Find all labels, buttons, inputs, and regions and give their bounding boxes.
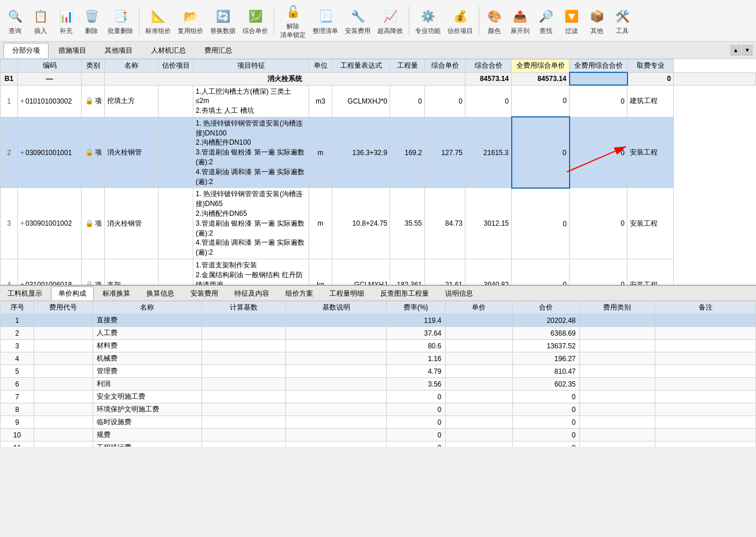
b1-collapse[interactable]: — <box>18 72 82 85</box>
toolbar-chaogao-label: 超高降效 <box>377 27 403 35</box>
bottom-cell-8-7: 0 <box>512 416 579 429</box>
bottom-cell-6-7: 0 <box>512 391 579 403</box>
bottom-table-row[interactable]: 7安全文明施工费00 <box>1 391 756 403</box>
bottom-cell-0-1 <box>34 314 93 327</box>
table-row[interactable]: 1 +010101003002 🔒项 挖填土方 1.人工挖沟槽土方(槽深) 三类… <box>1 85 756 117</box>
bottom-table-row[interactable]: 1直接费119.420202.48 <box>1 314 756 327</box>
toolbar-zhuanye[interactable]: ⚙️ 专业功能 <box>413 7 443 35</box>
toolbar-gujia[interactable]: 💰 估价项目 <box>445 7 475 35</box>
b1-qf-total: 0 <box>627 72 674 85</box>
bottom-table-row[interactable]: 3材料费80.613637.52 <box>1 340 756 352</box>
bottom-cell-3-6 <box>445 352 512 365</box>
row-unit-3: m <box>309 188 332 259</box>
b1-qufei <box>674 72 756 85</box>
bottom-cell-10-7: 0 <box>512 442 579 447</box>
toolbar-tihuan-label: 替换数据 <box>210 27 236 35</box>
toolbar-gongju[interactable]: 🛠️ 工具 <box>611 7 634 35</box>
toolbar-chaxun[interactable]: 🔍 查询 <box>3 7 27 35</box>
tab-arrow-down[interactable]: ▼ <box>742 45 753 56</box>
bottom-tab-zujiafangan[interactable]: 组价方案 <box>278 286 321 300</box>
bottom-cell-7-9 <box>655 403 756 416</box>
row-total-3: 3012.15 <box>465 188 512 259</box>
row-num-2: 2 <box>1 117 18 188</box>
bottom-col-total: 合价 <box>512 301 579 314</box>
table-row[interactable]: 4 +031001006018 🔒项 支架 1.管道支架制作安装 2.金属结构刷… <box>1 259 756 285</box>
bottom-table-row[interactable]: 9临时设施费00 <box>1 416 756 429</box>
bottom-table-row[interactable]: 4机械费1.16196.27 <box>1 352 756 365</box>
toolbar-chaogao[interactable]: 📈 超高降效 <box>375 7 405 35</box>
row-num-1: 1 <box>1 85 18 117</box>
b1-name: 消火栓系统 <box>105 72 465 85</box>
toolbar-butie[interactable]: 📊 补充 <box>54 7 78 35</box>
tab-fenbu[interactable]: 分部分项 <box>3 43 49 58</box>
table-row[interactable]: 3 +030901001002 🔒项 消火栓钢管 1. 热浸锌镀锌钢管管道安装(… <box>1 188 756 259</box>
bottom-cell-7-5: 0 <box>387 403 446 416</box>
bottom-tab-gongliaojiDisplay[interactable]: 工料机显示 <box>0 286 50 300</box>
toolbar-fuyong[interactable]: 📂 复用组价 <box>175 7 205 35</box>
tab-cuoshi[interactable]: 措施项目 <box>50 43 95 58</box>
bottom-tab-biaozhun[interactable]: 标准换算 <box>95 286 138 300</box>
tab-feiyong[interactable]: 费用汇总 <box>196 43 241 58</box>
bottom-cell-9-5: 0 <box>387 429 446 442</box>
tab-arrow-up[interactable]: ▲ <box>731 45 741 56</box>
table-row[interactable]: 2 +030901001001 🔒项 消火栓钢管 1. 热浸锌镀锌钢管管道安装(… <box>1 117 756 188</box>
row-qf-total-4: 0 <box>570 259 627 285</box>
bottom-cell-4-9 <box>655 365 756 378</box>
toolbar-guolv-label: 过滤 <box>565 27 578 35</box>
bottom-cell-5-6 <box>445 378 512 391</box>
toolbar-guolv[interactable]: 🔽 过滤 <box>560 7 583 35</box>
bottom-tab-tezheng[interactable]: 特征及内容 <box>227 286 277 300</box>
toolbar-anzhuang[interactable]: 🔧 安装费用 <box>343 7 373 35</box>
toolbar-yanse[interactable]: 🎨 颜色 <box>483 7 506 35</box>
row-qf-unit-3: 0 <box>512 188 570 259</box>
toolbar-zhankaidao[interactable]: 📤 展开到 <box>508 7 532 35</box>
b1-zonghe-total: 84573.14 <box>512 72 570 85</box>
toolbar-tihuan[interactable]: 🔄 替换数据 <box>208 7 238 35</box>
bottom-tab-anzhuangfeiyong[interactable]: 安装费用 <box>183 286 226 300</box>
bottom-cell-1-7: 6368.69 <box>512 327 579 340</box>
toolbar-piliang[interactable]: 📑 批量删除 <box>105 7 135 35</box>
bottom-table-row[interactable]: 10规费00 <box>1 429 756 442</box>
row-total-4: 3940.82 <box>465 259 512 285</box>
row-type-2: 🔒项 <box>82 117 105 188</box>
bottom-cell-5-8 <box>579 378 655 391</box>
col-header-code: 编码 <box>18 60 82 73</box>
toolbar-zhankaidao-label: 展开到 <box>511 27 530 35</box>
bottom-cell-6-4 <box>286 391 387 403</box>
toolbar-jiesuo[interactable]: 🔓 解除 清单锁定 <box>278 2 308 39</box>
bottom-table-row[interactable]: 5管理费4.79810.47 <box>1 365 756 378</box>
col-header-total: 综合合价 <box>465 60 512 73</box>
bottom-table-row[interactable]: 11工程排污费00 <box>1 442 756 447</box>
bottom-cell-0-2: 直接费 <box>93 314 202 327</box>
bottom-cell-8-4 <box>286 416 387 429</box>
bottom-tab-shuomingxinxi[interactable]: 说明信息 <box>438 286 480 300</box>
bottom-tab-fanchatu[interactable]: 反查图形工程量 <box>373 286 436 300</box>
tab-qita[interactable]: 其他项目 <box>96 43 141 58</box>
bottom-col-rate: 费率(%) <box>387 301 446 314</box>
toolbar-biaozhun[interactable]: 📐 标准组价 <box>143 7 173 35</box>
row-features-1: 1.人工挖沟槽土方(槽深) 三类土 ≤2m 2.夯填土 人工 槽坑 <box>193 85 309 117</box>
bottom-tab-huansuaninfo[interactable]: 换算信息 <box>139 286 182 300</box>
b1-row: B1 — 消火栓系统 84573.14 84573.14 0 <box>1 72 756 85</box>
tab-rencaiji[interactable]: 人材机汇总 <box>142 43 194 58</box>
row-expr-1: GCLMXHJ*0 <box>332 85 390 117</box>
toolbar-zonghe[interactable]: 💹 综合单价 <box>240 7 270 35</box>
bottom-table-row[interactable]: 6利润3.56602.35 <box>1 378 756 391</box>
toolbar-zhengli[interactable]: 📃 整理清单 <box>310 7 340 35</box>
bottom-tab-gongchengliangmingxi[interactable]: 工程量明细 <box>322 286 372 300</box>
bottom-table-row[interactable]: 8环境保护文明施工费00 <box>1 403 756 416</box>
toolbar-chazha[interactable]: 🔎 查找 <box>534 7 557 35</box>
bottom-cell-0-9 <box>655 314 756 327</box>
toolbar-charu[interactable]: 📋 插入 <box>29 7 52 35</box>
toolbar-shanchu[interactable]: 🗑️ 删除 <box>80 7 103 35</box>
bottom-tab-unitprice[interactable]: 单价构成 <box>51 286 94 300</box>
toolbar-qita[interactable]: 📦 其他 <box>585 7 608 35</box>
bottom-table-row[interactable]: 2人工费37.646368.69 <box>1 327 756 340</box>
bottom-cell-10-2: 工程排污费 <box>93 442 202 447</box>
row-qf-total-2: 0 <box>570 117 627 188</box>
bottom-col-name: 名称 <box>93 301 202 314</box>
bottom-cell-1-3 <box>202 327 286 340</box>
bottom-cell-7-7: 0 <box>512 403 579 416</box>
row-unitprice-3: 84.73 <box>425 188 465 259</box>
filter-icon: 🔽 <box>562 7 581 25</box>
